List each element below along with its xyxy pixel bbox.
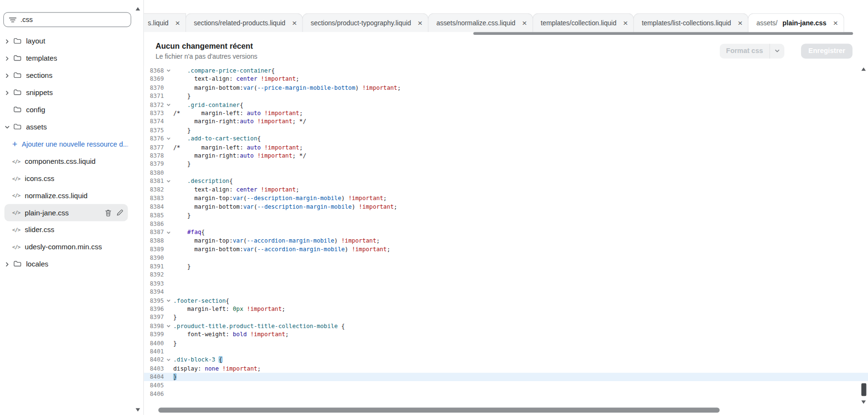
format-dropdown-button[interactable] <box>770 43 784 58</box>
tree-folder-layout[interactable]: layout <box>4 32 128 50</box>
code-text[interactable]: .compare-price-container{ <box>174 66 868 75</box>
code-line-8388[interactable]: 8388 margin-top:var(--accordion-margin-m… <box>144 236 868 245</box>
fold-chevron-icon[interactable] <box>164 230 174 234</box>
rename-file-icon[interactable] <box>116 209 123 216</box>
close-tab-icon[interactable]: × <box>292 19 297 27</box>
code-line-8394[interactable]: 8394 <box>144 287 868 296</box>
tab-strip-scrollbar-thumb[interactable] <box>473 32 853 35</box>
code-text[interactable]: margin-right:auto !important; */ <box>174 151 868 160</box>
code-text[interactable]: #faq{ <box>174 228 868 237</box>
close-tab-icon[interactable]: × <box>738 19 743 27</box>
close-tab-icon[interactable]: × <box>418 19 423 27</box>
code-line-8403[interactable]: 8403display: none !important; <box>144 364 868 373</box>
code-text[interactable]: margin-right:auto !important; */ <box>174 117 868 126</box>
code-text[interactable]: text-align: center !important; <box>174 186 868 194</box>
tree-folder-locales[interactable]: locales <box>4 255 128 273</box>
code-line-8392[interactable]: 8392 <box>144 271 868 279</box>
code-line-8395[interactable]: 8395.footer-section{ <box>144 296 868 305</box>
code-line-8368[interactable]: 8368 .compare-price-container{ <box>144 66 868 75</box>
code-line-8401[interactable]: 8401 <box>144 347 868 356</box>
code-line-8400[interactable]: 8400} <box>144 339 868 347</box>
code-line-8380[interactable]: 8380 <box>144 169 868 177</box>
code-line-8399[interactable]: 8399 font-weight: bold !important; <box>144 330 868 339</box>
code-text[interactable]: .footer-section{ <box>174 296 868 305</box>
code-text[interactable]: } <box>174 211 868 220</box>
code-text[interactable]: .description{ <box>174 177 868 186</box>
sidebar-scroll-up-icon[interactable] <box>136 7 140 11</box>
code-text[interactable]: .grid-container{ <box>174 100 868 109</box>
code-text[interactable]: .div-block-3 { <box>174 356 868 364</box>
code-text[interactable]: } <box>174 339 868 347</box>
fold-chevron-icon[interactable] <box>164 102 174 107</box>
chevron-right-icon[interactable] <box>4 90 13 96</box>
close-tab-icon[interactable]: × <box>175 19 180 27</box>
tab-templates-collection-liquid[interactable]: templates/collection.liquid× <box>532 13 634 32</box>
tree-file-slider-css[interactable]: </>slider.css <box>4 221 128 238</box>
code-text[interactable]: } <box>174 262 868 271</box>
code-line-8382[interactable]: 8382 text-align: center !important; <box>144 186 868 194</box>
code-text[interactable]: margin-bottom:var(--price-margin-mobile-… <box>174 84 868 92</box>
code-text[interactable]: margin-bottom:var(--accordion-margin-mob… <box>174 245 868 254</box>
add-resource-link[interactable]: +Ajouter une nouvelle ressource d... <box>4 136 128 153</box>
sidebar-scroll-down-icon[interactable] <box>136 408 140 412</box>
tree-file-components-css-liquid[interactable]: </>components.css.liquid <box>4 153 128 170</box>
code-text[interactable]: } <box>174 92 868 100</box>
chevron-right-icon[interactable] <box>4 55 13 61</box>
code-text[interactable]: } <box>174 373 868 382</box>
code-line-8376[interactable]: 8376 .add-to-cart-section{ <box>144 135 868 143</box>
code-line-8396[interactable]: 8396 margin-left: 0px !important; <box>144 305 868 313</box>
search-input[interactable] <box>21 16 126 23</box>
tree-file-normalize-css-liquid[interactable]: </>normalize.css.liquid <box>4 187 128 204</box>
code-line-8374[interactable]: 8374 margin-right:auto !important; */ <box>144 117 868 126</box>
code-text[interactable]: } <box>174 160 868 169</box>
fold-chevron-icon[interactable] <box>164 323 174 328</box>
chevron-right-icon[interactable] <box>4 73 13 78</box>
save-button[interactable]: Enregistrer <box>801 43 852 58</box>
code-text[interactable]: display: none !important; <box>174 364 868 373</box>
tab-plain-jane-css[interactable]: assets/plain-jane.css× <box>748 13 844 32</box>
code-line-8377[interactable]: 8377/* margin-left: auto !important; <box>144 143 868 151</box>
code-line-8393[interactable]: 8393 <box>144 279 868 288</box>
code-text[interactable]: text-align: center !important; <box>174 75 868 84</box>
tree-file-udesly-common-min-css[interactable]: </>udesly-common.min.css <box>4 238 128 255</box>
scroll-up-icon[interactable] <box>861 67 866 71</box>
code-editor[interactable]: 8368 .compare-price-container{8369 text-… <box>144 65 868 415</box>
code-text[interactable]: margin-top:var(--description-margin-mobi… <box>174 194 868 202</box>
tab-assets-normalize-css-liquid[interactable]: assets/normalize.css.liquid× <box>428 13 533 32</box>
code-text[interactable] <box>174 279 868 288</box>
close-tab-icon[interactable]: × <box>623 19 628 27</box>
code-text[interactable] <box>174 381 868 390</box>
vertical-scrollbar-thumb[interactable] <box>861 383 866 396</box>
code-text[interactable]: } <box>174 126 868 135</box>
chevron-right-icon[interactable] <box>4 38 13 44</box>
delete-file-icon[interactable] <box>105 209 112 216</box>
code-line-8398[interactable]: 8398.prouduct-title.product-title-collec… <box>144 322 868 330</box>
tree-folder-config[interactable]: config <box>4 101 128 118</box>
tab-s-liquid[interactable]: s.liquid× <box>144 13 186 32</box>
code-line-8402[interactable]: 8402.div-block-3 { <box>144 356 868 364</box>
code-text[interactable]: .add-to-cart-section{ <box>174 135 868 143</box>
tab-sections-related-products-liquid[interactable]: sections/related-products.liquid× <box>185 13 303 32</box>
code-text[interactable] <box>174 169 868 177</box>
code-line-8387[interactable]: 8387 #faq{ <box>144 228 868 237</box>
code-line-8385[interactable]: 8385 } <box>144 211 868 220</box>
format-button[interactable]: Format css <box>719 43 770 58</box>
code-text[interactable]: /* margin-left: auto !important; <box>174 109 868 117</box>
code-text[interactable] <box>174 287 868 296</box>
code-line-8391[interactable]: 8391 } <box>144 262 868 271</box>
tree-folder-assets[interactable]: assets <box>4 118 128 136</box>
close-tab-icon[interactable]: × <box>522 19 527 27</box>
horizontal-scrollbar-thumb[interactable] <box>158 408 719 413</box>
tab-sections-product-typography-liquid[interactable]: sections/product-typography.liquid× <box>303 13 429 32</box>
code-line-8405[interactable]: 8405 <box>144 381 868 390</box>
code-line-8378[interactable]: 8378 margin-right:auto !important; */ <box>144 151 868 160</box>
code-line-8372[interactable]: 8372 .grid-container{ <box>144 100 868 109</box>
tree-file-icons-css[interactable]: </>icons.css <box>4 170 128 187</box>
tree-folder-snippets[interactable]: snippets <box>4 84 128 101</box>
code-line-8384[interactable]: 8384 margin-bottom:var(--description-mar… <box>144 202 868 211</box>
code-line-8370[interactable]: 8370 margin-bottom:var(--price-margin-mo… <box>144 84 868 92</box>
code-text[interactable] <box>174 254 868 262</box>
code-line-8406[interactable]: 8406 <box>144 390 868 398</box>
code-line-8379[interactable]: 8379 } <box>144 160 868 169</box>
code-line-8375[interactable]: 8375 } <box>144 126 868 135</box>
